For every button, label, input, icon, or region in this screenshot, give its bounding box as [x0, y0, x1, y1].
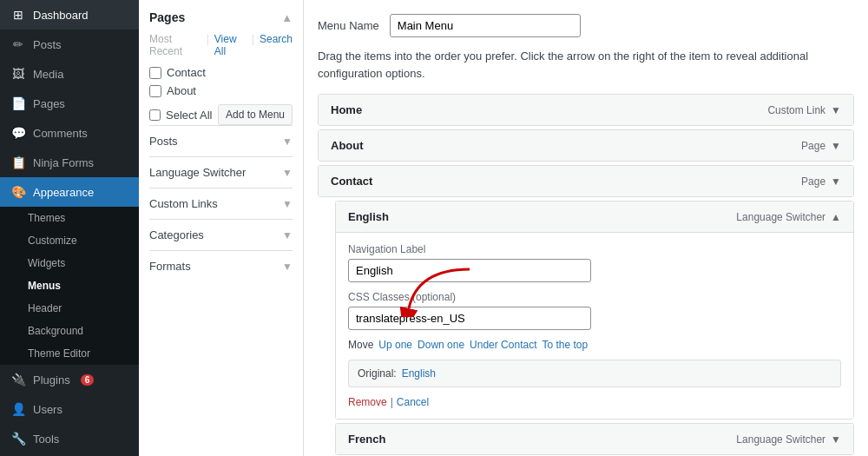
home-item-meta: Custom Link ▼: [767, 104, 841, 116]
sidebar-sub-themes[interactable]: Themes: [0, 207, 139, 229]
home-expand-arrow[interactable]: ▼: [831, 104, 841, 116]
sidebar-item-comments[interactable]: 💬 Comments: [0, 118, 139, 148]
select-all-label: Select All: [149, 109, 212, 122]
english-expand-arrow[interactable]: ▲: [831, 211, 841, 223]
move-up-one[interactable]: Up one: [378, 339, 412, 351]
main-content: Pages ▲ Most Recent | View All | Search …: [139, 0, 868, 456]
panel-title: Pages: [149, 10, 185, 24]
page-label-about: About: [167, 84, 196, 97]
accordion-language-switcher-header[interactable]: Language Switcher ▼: [149, 157, 293, 188]
sidebar-sub-theme-editor[interactable]: Theme Editor: [0, 342, 139, 365]
nav-label-label: Navigation Label: [348, 243, 841, 255]
menu-item-english: English Language Switcher ▲ Navigation L…: [335, 201, 854, 420]
menu-item-home: Home Custom Link ▼: [318, 94, 854, 126]
users-icon: 👤: [10, 401, 26, 417]
tab-view-all[interactable]: View All: [214, 33, 247, 57]
menu-item-about-header[interactable]: About Page ▼: [319, 130, 853, 161]
sidebar-item-ninja-forms[interactable]: 📋 Ninja Forms: [0, 148, 139, 177]
menu-name-input[interactable]: [390, 14, 581, 37]
page-item-contact: Contact: [149, 66, 293, 79]
select-all-checkbox[interactable]: [149, 109, 161, 121]
contact-expand-arrow[interactable]: ▼: [831, 175, 841, 188]
accordion-language-switcher: Language Switcher ▼: [149, 156, 293, 188]
pages-icon: 📄: [10, 96, 26, 111]
accordion-posts-arrow: ▼: [282, 135, 293, 148]
sidebar-sub-menus[interactable]: Menus: [0, 274, 139, 297]
plugins-badge: 6: [81, 374, 95, 386]
sidebar-item-plugins[interactable]: 🔌 Plugins 6: [0, 365, 139, 394]
menu-name-row: Menu Name: [318, 14, 854, 37]
sidebar-item-pages[interactable]: 📄 Pages: [0, 89, 139, 118]
pages-panel: Pages ▲ Most Recent | View All | Search …: [139, 0, 304, 456]
move-label: Move: [348, 339, 373, 351]
tools-icon: 🔧: [10, 431, 26, 446]
accordion-categories: Categories ▼: [149, 219, 293, 250]
right-panel: Menu Name Drag the items into the order …: [304, 0, 868, 456]
page-item-about: About: [149, 84, 293, 97]
accordion-custom-links-header[interactable]: Custom Links ▼: [149, 188, 293, 219]
accordion-formats-header[interactable]: Formats ▼: [149, 251, 293, 281]
sidebar-sub-customize[interactable]: Customize: [0, 229, 139, 252]
css-classes-input[interactable]: [348, 307, 591, 330]
accordion-posts-header[interactable]: Posts ▼: [149, 126, 293, 156]
posts-icon: ✏: [10, 36, 26, 52]
original-label: Original:: [358, 367, 397, 380]
sidebar-item-appearance[interactable]: 🎨 Appearance: [0, 177, 139, 207]
french-item-title: French: [348, 433, 385, 446]
panel-header: Pages ▲: [149, 10, 293, 24]
drag-instruction: Drag the items into the order you prefer…: [318, 48, 854, 82]
content-area: Pages ▲ Most Recent | View All | Search …: [139, 0, 868, 456]
contact-item-meta: Page ▼: [801, 175, 841, 188]
contact-item-title: Contact: [331, 175, 372, 188]
remove-link[interactable]: Remove: [348, 396, 387, 408]
css-classes-field: CSS Classes (optional): [348, 291, 841, 330]
cancel-link[interactable]: Cancel: [397, 396, 429, 408]
about-expand-arrow[interactable]: ▼: [831, 140, 841, 152]
accordion-posts: Posts ▼: [149, 125, 293, 156]
menu-item-english-header[interactable]: English Language Switcher ▲: [336, 202, 853, 232]
page-checkbox-contact[interactable]: [149, 67, 161, 79]
move-under-contact[interactable]: Under Contact: [470, 339, 536, 351]
home-item-title: Home: [331, 103, 362, 116]
accordion-cat-arrow: ▼: [282, 229, 293, 241]
french-item-meta: Language Switcher ▼: [736, 433, 841, 446]
sidebar-item-tools[interactable]: 🔧 Tools: [0, 424, 139, 453]
french-expand-arrow[interactable]: ▼: [831, 433, 841, 446]
sidebar-sub-widgets[interactable]: Widgets: [0, 252, 139, 274]
sidebar-sub-header[interactable]: Header: [0, 297, 139, 320]
nav-label-field: Navigation Label: [348, 243, 841, 282]
move-to-top[interactable]: To the top: [542, 339, 588, 351]
sidebar-item-users[interactable]: 👤 Users: [0, 394, 139, 424]
move-down-one[interactable]: Down one: [418, 339, 464, 351]
english-item-meta: Language Switcher ▲: [736, 211, 841, 223]
about-item-title: About: [331, 139, 364, 152]
menu-item-french-header[interactable]: French Language Switcher ▼: [336, 424, 853, 454]
sidebar-item-posts[interactable]: ✏ Posts: [0, 30, 139, 59]
ninja-forms-icon: 📋: [10, 155, 26, 170]
panel-collapse-button[interactable]: ▲: [281, 11, 293, 24]
appearance-icon: 🎨: [10, 184, 26, 200]
page-checkbox-about[interactable]: [149, 85, 161, 97]
sidebar-item-media[interactable]: 🖼 Media: [0, 59, 139, 89]
sidebar: ⊞ Dashboard ✏ Posts 🖼 Media 📄 Pages 💬 Co…: [0, 0, 139, 456]
media-icon: 🖼: [10, 66, 26, 82]
nav-label-input[interactable]: [348, 259, 591, 282]
tab-most-recent[interactable]: Most Recent: [149, 33, 201, 57]
accordion-ls-arrow: ▼: [282, 167, 293, 179]
dashboard-icon: ⊞: [10, 7, 26, 23]
accordion-custom-links: Custom Links ▼: [149, 188, 293, 219]
css-classes-label: CSS Classes (optional): [348, 291, 841, 303]
menu-item-contact-header[interactable]: Contact Page ▼: [319, 166, 853, 196]
accordion-formats: Formats ▼: [149, 250, 293, 281]
accordion-fmt-arrow: ▼: [282, 261, 293, 273]
menu-item-home-header[interactable]: Home Custom Link ▼: [319, 95, 853, 125]
plugins-icon: 🔌: [10, 372, 26, 387]
add-to-menu-button[interactable]: Add to Menu: [218, 104, 293, 125]
original-value-link[interactable]: English: [402, 367, 436, 380]
tab-search[interactable]: Search: [260, 33, 293, 57]
sidebar-item-dashboard[interactable]: ⊞ Dashboard: [0, 0, 139, 30]
accordion-categories-header[interactable]: Categories ▼: [149, 220, 293, 250]
sidebar-sub-background[interactable]: Background: [0, 320, 139, 342]
menu-item-contact: Contact Page ▼: [318, 165, 854, 197]
menu-name-label: Menu Name: [318, 19, 379, 32]
